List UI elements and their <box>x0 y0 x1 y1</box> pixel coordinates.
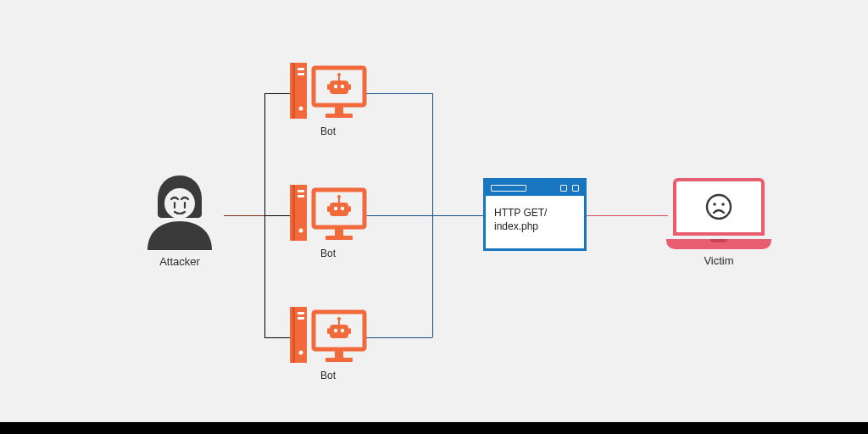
svg-point-28 <box>341 207 344 210</box>
victim-label: Victim <box>704 254 733 267</box>
bot-computer-icon <box>288 181 368 244</box>
svg-rect-17 <box>348 84 351 90</box>
bot-label: Bot <box>320 248 336 259</box>
svg-rect-10 <box>326 114 353 118</box>
line-attacker-branch-mid <box>264 215 290 216</box>
svg-rect-24 <box>335 229 343 236</box>
svg-rect-21 <box>298 195 304 198</box>
svg-rect-39 <box>335 351 343 358</box>
svg-point-48 <box>707 195 731 219</box>
svg-rect-5 <box>298 68 304 70</box>
svg-point-15 <box>337 73 341 76</box>
svg-rect-20 <box>298 190 304 192</box>
svg-rect-9 <box>335 107 343 114</box>
svg-point-50 <box>721 203 725 206</box>
line-bot-branch-mid <box>366 215 432 216</box>
svg-point-42 <box>334 329 337 332</box>
laptop-icon <box>666 178 771 249</box>
browser-dot-icon <box>572 185 579 192</box>
svg-rect-6 <box>298 73 304 75</box>
victim-node: Victim <box>666 178 771 267</box>
svg-point-37 <box>299 351 303 355</box>
browser-dot-icon <box>560 185 567 192</box>
svg-point-27 <box>334 207 337 210</box>
bot-node-3: Bot <box>288 303 368 381</box>
request-line2: index.php <box>494 220 576 233</box>
svg-point-49 <box>713 203 716 206</box>
attacker-label: Attacker <box>159 255 200 268</box>
svg-point-45 <box>337 317 341 320</box>
svg-rect-47 <box>348 328 351 334</box>
line-attacker-branch-bot <box>264 337 290 338</box>
request-line1: HTTP GET/ <box>494 206 576 220</box>
browser-address-box <box>491 185 526 192</box>
bot-computer-icon <box>288 303 368 366</box>
svg-point-30 <box>337 195 341 198</box>
svg-rect-31 <box>327 206 330 212</box>
line-attacker-trunk <box>224 215 264 216</box>
svg-rect-35 <box>298 312 304 314</box>
svg-point-12 <box>334 85 337 88</box>
bot-label: Bot <box>320 370 336 381</box>
request-text: HTTP GET/ index.php <box>486 196 584 248</box>
line-browser-to-victim <box>587 215 668 216</box>
svg-rect-26 <box>330 203 348 216</box>
bot-label: Bot <box>320 125 336 137</box>
svg-point-43 <box>341 329 344 332</box>
bot-node-1: Bot <box>288 59 368 137</box>
svg-point-22 <box>299 229 303 233</box>
svg-rect-16 <box>327 84 330 90</box>
svg-rect-32 <box>348 206 351 212</box>
browser-window-icon: HTTP GET/ index.php <box>483 178 587 251</box>
svg-rect-46 <box>327 328 330 334</box>
svg-point-13 <box>341 85 344 88</box>
attacker-node: Attacker <box>134 172 225 268</box>
svg-rect-36 <box>298 317 304 320</box>
request-node: HTTP GET/ index.php <box>483 178 587 251</box>
bottom-bar <box>0 422 868 434</box>
svg-rect-11 <box>330 81 348 94</box>
line-bot-branch-bot <box>366 337 432 338</box>
svg-point-7 <box>299 107 303 111</box>
bot-computer-icon <box>288 59 368 122</box>
svg-rect-19 <box>292 185 295 241</box>
svg-rect-4 <box>292 63 295 119</box>
line-bot-branch-top <box>366 93 432 94</box>
svg-rect-40 <box>326 358 353 362</box>
svg-rect-34 <box>292 307 295 363</box>
svg-rect-41 <box>330 325 348 338</box>
attacker-icon <box>134 172 225 250</box>
line-attacker-branch-top <box>264 93 290 94</box>
browser-titlebar <box>486 181 584 196</box>
line-bus-to-browser <box>432 215 483 216</box>
sad-face-icon <box>704 192 733 221</box>
svg-rect-25 <box>326 236 353 240</box>
bot-node-2: Bot <box>288 181 368 259</box>
